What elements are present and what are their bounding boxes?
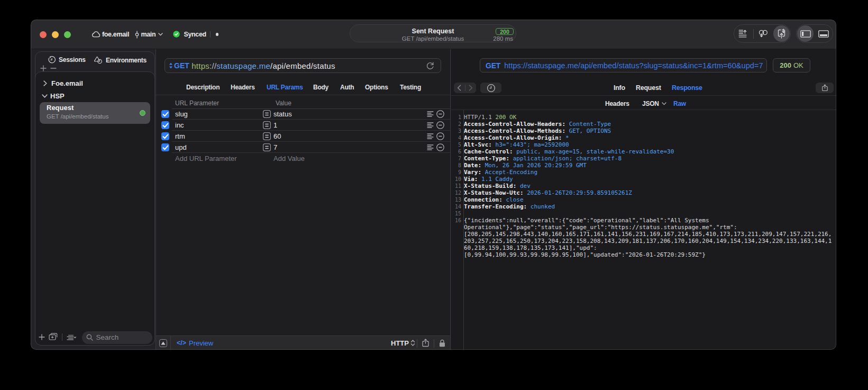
param-key-field[interactable]: rtm (175, 132, 185, 140)
summary-duration: 280 ms (493, 35, 513, 42)
export-response-button[interactable] (816, 83, 834, 93)
add-key-placeholder[interactable]: Add URL Parameter (175, 155, 237, 162)
sent-request-summary[interactable]: Sent Request GET /api/embed/status 200 2… (350, 24, 516, 42)
titlebar-separator (210, 31, 211, 38)
new-request-icon[interactable] (39, 334, 45, 340)
resend-request-icon[interactable] (426, 61, 434, 70)
request-method[interactable]: GET (174, 61, 189, 70)
branch-name[interactable]: main (141, 31, 156, 38)
expand-panel-button[interactable] (159, 339, 167, 347)
synced-check-icon (173, 31, 180, 38)
view-tab-raw[interactable]: Raw (673, 100, 686, 107)
protocol-select[interactable]: HTTP (391, 339, 409, 347)
header-name: Content-Type: (464, 155, 509, 162)
param-key-field[interactable]: upd (175, 143, 187, 151)
code-line: 11X-Status-Build:dev (451, 183, 836, 189)
param-value-field[interactable]: status (273, 110, 292, 118)
list-options-icon[interactable] (67, 334, 76, 340)
protocol-updown-icon[interactable] (410, 340, 415, 346)
response-tab-request[interactable]: Request (636, 84, 661, 92)
response-tab-info[interactable]: Info (614, 84, 625, 92)
param-value-field[interactable]: 7 (273, 143, 277, 151)
request-list-item-selected[interactable]: Request GET /api/embed/status (40, 102, 150, 124)
equals-operator-icon[interactable] (263, 143, 271, 151)
param-checkbox[interactable] (161, 121, 169, 129)
add-item-icon[interactable] (40, 65, 47, 71)
param-value-field[interactable]: 60 (273, 132, 281, 140)
tab-options[interactable]: Options (365, 84, 388, 91)
pull-button[interactable] (754, 25, 773, 42)
share-icon[interactable] (422, 339, 429, 347)
method-stepper-icon[interactable] (169, 62, 173, 69)
tree-group-label: HSP (50, 92, 65, 100)
view-tab-headers[interactable]: Headers (605, 100, 629, 107)
tab-url-params[interactable]: URL Params (267, 84, 303, 91)
send-receive-button[interactable] (773, 25, 790, 42)
code-line: 6Cache-Control:public, max-age=15, stale… (451, 148, 836, 155)
project-info: foe.email main Synced (31, 20, 348, 49)
search-input[interactable]: Search (82, 331, 152, 344)
param-checkbox[interactable] (161, 132, 169, 140)
response-panel: GET https://statuspage.me/api/embed/stat… (451, 49, 836, 350)
preview-button[interactable]: Preview (189, 339, 213, 347)
chevron-right-icon[interactable] (43, 80, 47, 86)
code-line: 15 (451, 210, 836, 217)
tab-description[interactable]: Description (186, 84, 220, 91)
view-tab-label: Raw (673, 100, 686, 107)
tree-group-hsp[interactable]: HSP (43, 92, 65, 100)
remove-item-icon[interactable] (50, 65, 57, 71)
equals-operator-icon[interactable] (263, 132, 271, 140)
chevron-down-icon[interactable] (42, 94, 48, 98)
param-key-field[interactable]: inc (175, 121, 184, 129)
toggle-bottom-panel-button[interactable] (814, 25, 833, 42)
tab-body[interactable]: Body (313, 84, 328, 91)
line-number: 14 (451, 203, 461, 210)
lock-icon[interactable] (439, 339, 445, 347)
response-url-bar: GET https://statuspage.me/api/embed/stat… (480, 58, 767, 72)
export-button[interactable] (734, 25, 753, 42)
tree-group-foe-email[interactable]: Foe.email (43, 79, 83, 87)
param-value-field[interactable]: 1 (273, 121, 277, 129)
line-number: 1 (451, 114, 461, 121)
add-param-row[interactable]: Add URL Parameter Add Value (156, 153, 450, 164)
param-checkbox[interactable] (161, 110, 169, 118)
param-checkbox[interactable] (161, 143, 169, 151)
sync-status[interactable]: Synced (184, 31, 206, 38)
view-tab-json[interactable]: JSON (642, 100, 666, 107)
raw-response-view[interactable]: 1HTTP/1.1 200 OK 2Access-Control-Allow-H… (451, 110, 836, 350)
request-url-bar[interactable]: GET https://statuspage.me/api/embed/stat… (165, 58, 441, 73)
header-value: 1.1 Caddy (481, 176, 513, 183)
line-number: 5 (451, 141, 461, 148)
code-line: 1HTTP/1.1 200 OK (451, 114, 836, 121)
json-body-text: [208,205,145,298,443,140,160,165,171,161… (464, 231, 832, 238)
search-icon (86, 334, 93, 341)
json-body-text: 60,218,159,138,178,135,173,141],"upd": (464, 244, 597, 251)
param-row: upd 7 (156, 142, 450, 153)
tab-headers[interactable]: Headers (231, 84, 255, 91)
line-number: 8 (451, 162, 461, 169)
json-body-text: {"incidents":null,"overall":{"code":"ope… (464, 217, 709, 224)
tab-sessions[interactable]: Sessions (48, 56, 86, 64)
request-status-dot (140, 110, 145, 116)
code-line: [0,99.94,100,99.93,99.98,99.95,100],"upd… (451, 251, 836, 258)
line-number (451, 238, 461, 244)
branch-chevron-down-icon[interactable] (158, 33, 163, 36)
response-tab-response[interactable]: Response (672, 84, 702, 92)
response-view-tabs: Headers JSON Raw (451, 97, 836, 111)
request-url[interactable]: https://statuspage.me/api/embed/status (191, 61, 335, 70)
json-menu-chevron-icon (662, 102, 666, 105)
toggle-left-panel-button[interactable] (797, 25, 814, 42)
multiline-value-icon (427, 144, 434, 150)
history-icon (48, 56, 56, 64)
line-number (451, 231, 461, 238)
param-key-field[interactable]: slug (175, 110, 188, 118)
equals-operator-icon[interactable] (263, 110, 271, 118)
summary-title: Sent Request (350, 28, 516, 35)
equals-operator-icon[interactable] (263, 121, 271, 129)
tab-testing[interactable]: Testing (400, 84, 421, 91)
new-folder-icon[interactable] (49, 333, 58, 340)
tab-auth[interactable]: Auth (340, 84, 354, 91)
add-value-placeholder[interactable]: Add Value (273, 155, 305, 162)
tab-environments[interactable]: Environments (94, 56, 147, 64)
project-name[interactable]: foe.email (102, 31, 129, 38)
